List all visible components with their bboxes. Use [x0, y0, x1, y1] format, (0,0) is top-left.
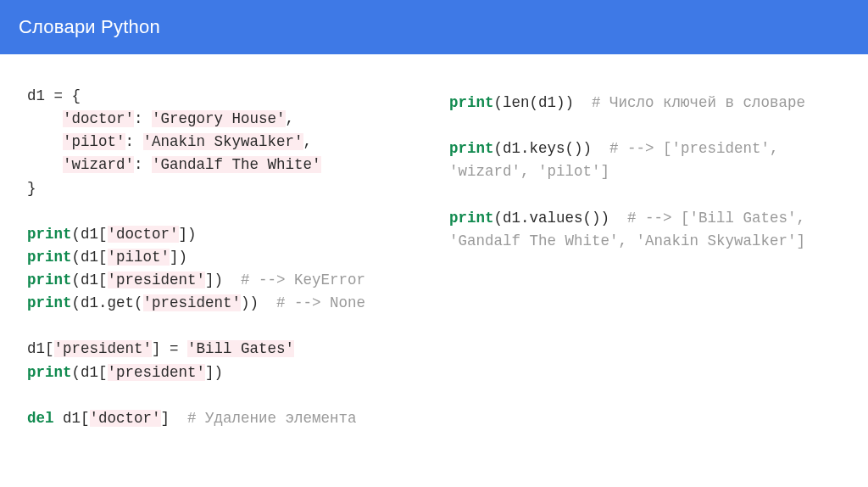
code-column-right: print(len(d1)) # Число ключей в словаре …	[449, 85, 841, 430]
code-block-right: print(len(d1)) # Число ключей в словаре …	[449, 92, 841, 253]
code-column-left: d1 = { 'doctor': 'Gregory House', 'pilot…	[27, 85, 419, 430]
slide-content: d1 = { 'doctor': 'Gregory House', 'pilot…	[0, 54, 868, 461]
slide-title: Словари Python	[19, 16, 160, 37]
slide-header: Словари Python	[0, 0, 868, 54]
code-block-left: d1 = { 'doctor': 'Gregory House', 'pilot…	[27, 85, 419, 430]
